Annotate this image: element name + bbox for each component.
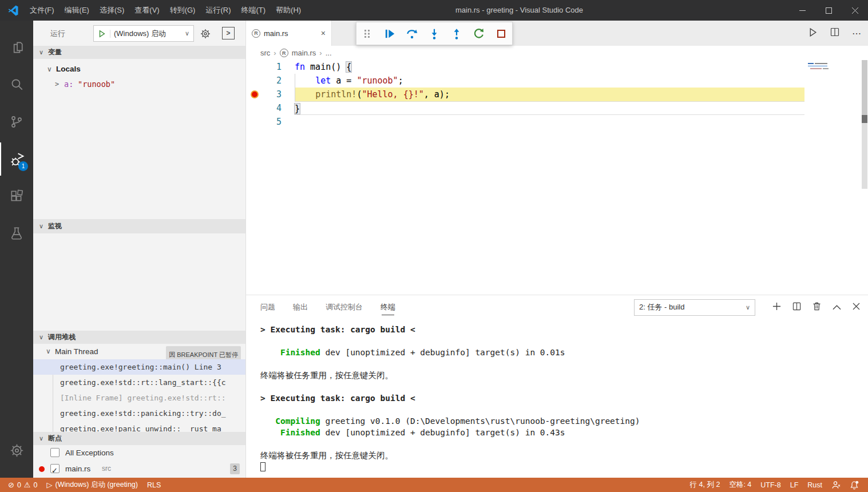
new-terminal-icon[interactable] bbox=[772, 302, 781, 313]
maximize-icon[interactable] bbox=[815, 0, 842, 21]
variables-section-header[interactable]: ∨ 变量 bbox=[33, 46, 245, 59]
stack-frame[interactable]: greeting.exe!greeting::main() Line 3 bbox=[33, 359, 245, 375]
stop-icon[interactable] bbox=[494, 27, 508, 41]
code-line[interactable]: 3 println!("Hello, {}!", a); bbox=[246, 88, 868, 101]
breakpoint-checkbox[interactable] bbox=[50, 464, 60, 473]
tab-terminal[interactable]: 终端 bbox=[381, 295, 395, 319]
close-panel-icon[interactable] bbox=[853, 302, 860, 312]
code-line[interactable]: 2 let a = "runoob"; bbox=[246, 74, 868, 88]
menu-item[interactable]: 选择(S) bbox=[94, 0, 129, 21]
minimize-icon[interactable] bbox=[789, 0, 815, 21]
split-editor-icon[interactable] bbox=[830, 27, 839, 39]
tree-collapsed-icon[interactable]: > bbox=[55, 77, 59, 92]
breadcrumb-symbol[interactable]: ... bbox=[326, 49, 332, 57]
stack-frame[interactable]: greeting.exe!std::rt::lang_start::{{c bbox=[33, 375, 245, 390]
tab-main-rs[interactable]: R main.rs × bbox=[246, 21, 332, 46]
stack-frame[interactable]: [Inline Frame] greeting.exe!std::rt:: bbox=[33, 390, 245, 406]
indentation-status[interactable]: 空格: 4 bbox=[724, 478, 756, 492]
open-debug-console-icon[interactable]: > bbox=[222, 27, 235, 39]
breadcrumb-file[interactable]: main.rs bbox=[292, 49, 316, 57]
variable-row[interactable]: > a: "runoob" bbox=[33, 77, 245, 92]
cursor-position-status[interactable]: 行 4, 列 2 bbox=[685, 478, 725, 492]
launch-config-dropdown[interactable]: (Windows) 启动 ∨ bbox=[93, 25, 194, 42]
stack-frame[interactable]: greeting.exe!panic_unwind::__rust_ma bbox=[33, 421, 245, 432]
step-into-icon[interactable] bbox=[427, 27, 441, 41]
breadcrumb-src[interactable]: src bbox=[260, 49, 270, 57]
warning-icon: ⚠ bbox=[24, 481, 31, 489]
debug-launch-status[interactable]: ▷ (Windows) 启动 (greeting) bbox=[42, 478, 142, 492]
tab-close-icon[interactable]: × bbox=[321, 29, 326, 38]
main-thread-row[interactable]: ∨ Main Thread 因 BREAKPOINT 已暂停 bbox=[33, 344, 245, 359]
tab-output[interactable]: 输出 bbox=[293, 295, 308, 319]
language-status[interactable]: Rust bbox=[803, 478, 827, 492]
problems-status[interactable]: ⊘ 0 ⚠ 0 bbox=[3, 478, 42, 492]
step-over-icon[interactable] bbox=[405, 27, 419, 41]
split-terminal-icon[interactable] bbox=[792, 302, 801, 313]
configure-gear-icon[interactable] bbox=[200, 28, 211, 42]
menu-item[interactable]: 文件(F) bbox=[25, 0, 60, 21]
all-exceptions-row[interactable]: All Exceptions bbox=[33, 445, 245, 461]
eol-status[interactable]: LF bbox=[786, 478, 803, 492]
editor-gutter[interactable]: 3 bbox=[246, 88, 295, 101]
stack-frame[interactable]: greeting.exe!std::panicking::try::do_ bbox=[33, 406, 245, 421]
code-line[interactable]: 4} bbox=[246, 101, 868, 115]
code-text[interactable]: let a = "runoob"; bbox=[295, 74, 804, 88]
editor-gutter[interactable]: 1 bbox=[246, 60, 295, 74]
watch-section-header[interactable]: ∨ 监视 bbox=[33, 219, 245, 233]
activity-bar: 1 bbox=[0, 21, 33, 478]
code-text[interactable] bbox=[295, 115, 804, 129]
run-file-icon[interactable] bbox=[808, 27, 818, 39]
menu-item[interactable]: 转到(G) bbox=[165, 0, 201, 21]
code-line[interactable]: 5 bbox=[246, 115, 868, 129]
menu-item[interactable]: 终端(T) bbox=[236, 0, 271, 21]
editor-gutter[interactable]: 2 bbox=[246, 74, 295, 88]
locals-scope-row[interactable]: ∨ Locals bbox=[33, 62, 245, 77]
search-icon[interactable] bbox=[0, 68, 33, 101]
more-actions-icon[interactable]: ⋯ bbox=[852, 28, 861, 39]
settings-gear-icon[interactable] bbox=[0, 434, 33, 467]
code-text[interactable]: println!("Hello, {}!", a); bbox=[295, 88, 804, 101]
run-and-debug-icon[interactable]: 1 bbox=[0, 142, 33, 176]
call-stack-section-header[interactable]: ∨ 调用堆栈 bbox=[33, 331, 245, 344]
close-icon[interactable] bbox=[842, 0, 868, 21]
editor-gutter[interactable]: 4 bbox=[246, 101, 295, 115]
toolbar-drag-grip[interactable] bbox=[360, 27, 374, 41]
terminal-output[interactable]: > Executing task: cargo build < Finished… bbox=[260, 324, 857, 478]
tab-problems[interactable]: 问题 bbox=[260, 295, 275, 319]
rls-status[interactable]: RLS bbox=[142, 478, 165, 492]
code-text[interactable]: fn main() { bbox=[295, 60, 804, 74]
continue-icon[interactable] bbox=[383, 27, 397, 41]
all-exceptions-checkbox[interactable] bbox=[50, 448, 60, 457]
step-out-icon[interactable] bbox=[450, 27, 463, 41]
menu-item[interactable]: 运行(R) bbox=[200, 0, 236, 21]
menu-item[interactable]: 帮助(H) bbox=[271, 0, 306, 21]
terminal-cursor bbox=[260, 462, 265, 471]
terminal-select[interactable]: 2: 任务 - build ∨ bbox=[634, 299, 755, 316]
menu-item[interactable]: 编辑(E) bbox=[60, 0, 94, 21]
start-debug-icon[interactable] bbox=[94, 30, 110, 38]
breadcrumb: src › R main.rs › ... bbox=[246, 46, 868, 60]
minimap[interactable] bbox=[804, 60, 857, 295]
breakpoints-section-header[interactable]: ∨ 断点 bbox=[33, 432, 245, 445]
source-control-icon[interactable] bbox=[0, 105, 33, 138]
restart-icon[interactable] bbox=[472, 27, 486, 41]
menu-item[interactable]: 查看(V) bbox=[129, 0, 164, 21]
editor-scrollbar[interactable] bbox=[861, 60, 868, 295]
extensions-icon[interactable] bbox=[0, 180, 33, 213]
encoding-status[interactable]: UTF-8 bbox=[756, 478, 785, 492]
editor-gutter[interactable]: 5 bbox=[246, 115, 295, 129]
line-number: 5 bbox=[276, 115, 282, 129]
kill-terminal-trash-icon[interactable] bbox=[812, 301, 821, 313]
tab-debug-console[interactable]: 调试控制台 bbox=[326, 295, 363, 319]
code-text[interactable]: } bbox=[295, 101, 804, 115]
code-editor[interactable]: 1fn main() {2 let a = "runoob";3 println… bbox=[246, 60, 868, 295]
notifications-bell-icon[interactable] bbox=[845, 478, 863, 492]
feedback-icon[interactable] bbox=[827, 478, 845, 492]
bottom-panel: 问题 输出 调试控制台 终端 2: 任务 - build ∨ > E bbox=[246, 295, 868, 478]
explorer-icon[interactable] bbox=[0, 31, 33, 64]
breakpoint-row[interactable]: main.rs src 3 bbox=[33, 461, 245, 477]
maximize-panel-icon[interactable] bbox=[833, 302, 841, 312]
code-line[interactable]: 1fn main() { bbox=[246, 60, 868, 74]
current-breakpoint-icon[interactable] bbox=[251, 90, 259, 98]
test-flask-icon[interactable] bbox=[0, 217, 33, 250]
